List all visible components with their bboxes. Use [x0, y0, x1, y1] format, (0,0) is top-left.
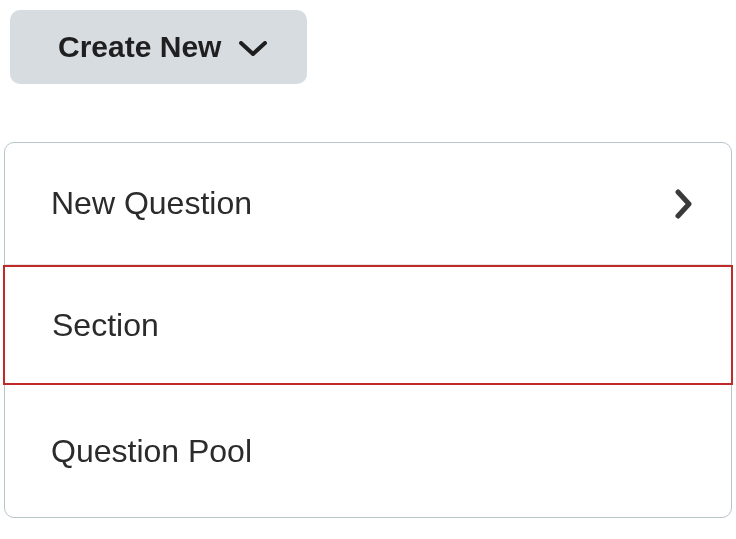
chevron-right-icon — [675, 188, 693, 220]
create-new-label: Create New — [58, 30, 221, 64]
create-new-button[interactable]: Create New — [10, 10, 307, 84]
menu-item-new-question[interactable]: New Question — [5, 143, 731, 265]
menu-item-label: Section — [51, 307, 159, 344]
menu-item-question-pool[interactable]: Question Pool — [5, 385, 731, 517]
chevron-down-icon — [239, 41, 267, 57]
menu-item-label: New Question — [51, 185, 252, 222]
create-new-dropdown: New Question Section Question Pool — [4, 142, 732, 518]
menu-item-section[interactable]: Section — [3, 265, 733, 385]
menu-item-label: Question Pool — [51, 433, 252, 470]
